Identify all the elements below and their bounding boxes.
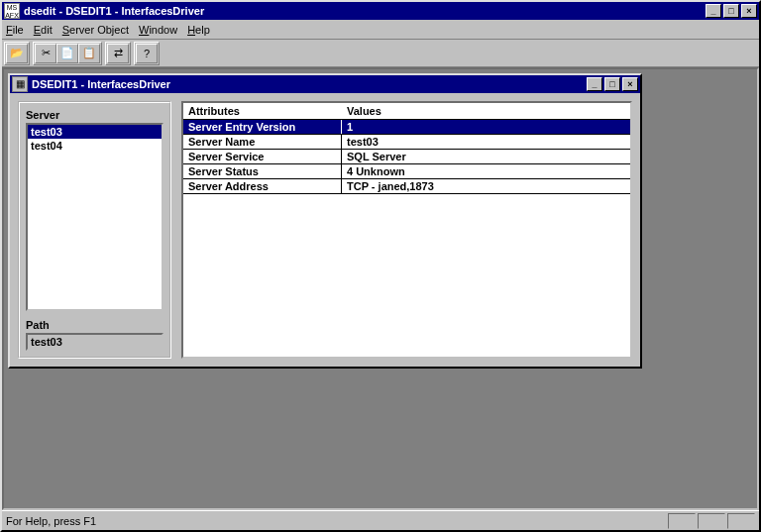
attribute-value: TCP - janed,1873 — [342, 179, 630, 193]
app-sys-icon[interactable]: MSAFX — [4, 3, 20, 19]
attribute-value: test03 — [342, 135, 630, 149]
toolbar: 📂 ✂ 📄 📋 ⇄ ? — [2, 40, 759, 67]
statusbar: For Help, press F1 — [2, 510, 759, 530]
server-label: Server — [26, 109, 163, 121]
attribute-row[interactable]: Server Status4 Unknown — [183, 164, 630, 179]
menu-window[interactable]: Window — [139, 24, 177, 36]
attribute-row[interactable]: Server Nametest03 — [183, 135, 630, 150]
toolbar-help-button[interactable]: ? — [136, 44, 158, 63]
header-attributes: Attributes — [183, 103, 342, 119]
open-icon: 📂 — [10, 47, 24, 59]
attribute-value: SQL Server — [342, 150, 630, 163]
attribute-name: Server Status — [183, 164, 342, 178]
minimize-button[interactable]: _ — [706, 4, 721, 18]
status-pane-1 — [668, 513, 696, 529]
toolbar-copy-button[interactable]: 📄 — [56, 44, 78, 63]
toolbar-ping-button[interactable]: ⇄ — [107, 44, 129, 63]
server-list-item[interactable]: test04 — [28, 139, 162, 153]
header-values: Values — [342, 103, 630, 119]
server-listbox[interactable]: test03test04 — [26, 123, 163, 311]
close-button[interactable]: × — [741, 4, 757, 18]
server-list-item[interactable]: test03 — [28, 125, 162, 139]
main-window: MSAFX dsedit - DSEDIT1 - InterfacesDrive… — [0, 0, 761, 532]
menubar: File Edit Server Object Window Help — [2, 20, 759, 40]
child-maximize-button[interactable]: □ — [604, 77, 620, 91]
toolbar-cut-button[interactable]: ✂ — [35, 44, 56, 63]
attribute-name: Server Service — [183, 150, 342, 163]
child-minimize-button[interactable]: _ — [587, 77, 602, 91]
child-window: ▦ DSEDIT1 - InterfacesDriver _ □ × Serve… — [8, 73, 642, 369]
attribute-row[interactable]: Server ServiceSQL Server — [183, 150, 630, 164]
paste-icon: 📋 — [82, 47, 96, 59]
main-titlebar: MSAFX dsedit - DSEDIT1 - InterfacesDrive… — [2, 2, 759, 20]
attribute-value: 1 — [342, 120, 630, 134]
menu-edit[interactable]: Edit — [34, 24, 53, 36]
attribute-row[interactable]: Server AddressTCP - janed,1873 — [183, 179, 630, 194]
status-pane-3 — [727, 513, 755, 529]
path-label: Path — [26, 319, 163, 331]
path-group: Path — [26, 319, 163, 351]
menu-server-object[interactable]: Server Object — [62, 24, 129, 36]
ping-icon: ⇄ — [114, 47, 123, 59]
attribute-value: 4 Unknown — [342, 164, 630, 178]
help-icon: ? — [144, 48, 150, 59]
attribute-name: Server Entry Version — [183, 120, 342, 134]
copy-icon: 📄 — [60, 47, 74, 59]
attribute-name: Server Address — [183, 179, 342, 193]
menu-help[interactable]: Help — [187, 24, 210, 36]
status-text: For Help, press F1 — [6, 515, 666, 527]
status-pane-2 — [698, 513, 725, 529]
maximize-button[interactable]: □ — [723, 4, 739, 18]
attributes-body: Server Entry Version1Server Nametest03Se… — [183, 120, 630, 357]
mdi-client-area: ▦ DSEDIT1 - InterfacesDriver _ □ × Serve… — [2, 67, 759, 510]
attribute-row[interactable]: Server Entry Version1 — [183, 120, 630, 135]
attributes-panel: Attributes Values Server Entry Version1S… — [181, 101, 632, 359]
child-sys-icon[interactable]: ▦ — [12, 76, 28, 92]
child-title: DSEDIT1 - InterfacesDriver — [32, 78, 585, 90]
cut-icon: ✂ — [42, 47, 51, 59]
child-titlebar: ▦ DSEDIT1 - InterfacesDriver _ □ × — [10, 75, 640, 93]
app-title: dsedit - DSEDIT1 - InterfacesDriver — [24, 5, 704, 17]
attributes-header: Attributes Values — [183, 103, 630, 120]
menu-file[interactable]: File — [6, 24, 24, 36]
child-body: Server test03test04 Path Attributes Valu… — [10, 93, 640, 367]
toolbar-open-button[interactable]: 📂 — [6, 44, 28, 63]
path-input[interactable] — [26, 333, 163, 351]
attribute-name: Server Name — [183, 135, 342, 149]
child-close-button[interactable]: × — [622, 77, 638, 91]
server-panel: Server test03test04 Path — [18, 101, 171, 359]
toolbar-paste-button[interactable]: 📋 — [78, 44, 100, 63]
